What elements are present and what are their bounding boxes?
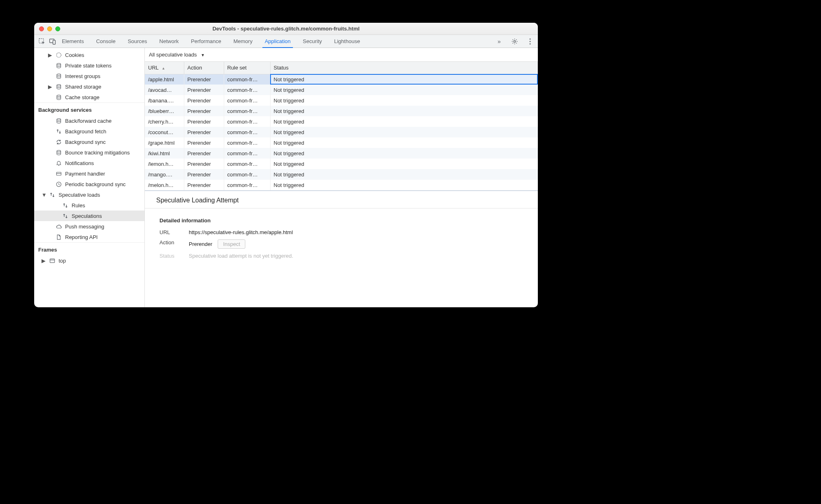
- tab-console[interactable]: Console: [95, 35, 116, 48]
- filter-dropdown[interactable]: All speculative loads ▼: [149, 52, 205, 58]
- chevron-down-icon[interactable]: ▼: [41, 192, 46, 198]
- cell-url: /mango.…: [145, 169, 184, 180]
- table-row[interactable]: /blueberr…Prerendercommon-fr…Not trigger…: [145, 106, 538, 116]
- db-icon: [55, 117, 62, 124]
- sidebar-item-periodic-background-sync[interactable]: Periodic background sync: [34, 179, 144, 189]
- sidebar-item-top[interactable]: ▶top: [34, 255, 144, 266]
- sidebar-item-label: Background sync: [65, 139, 106, 145]
- tab-security[interactable]: Security: [302, 35, 323, 48]
- sidebar-section-frames: Frames: [34, 242, 144, 255]
- table-row[interactable]: /melon.h…Prerendercommon-fr…Not triggere…: [145, 180, 538, 190]
- table-row[interactable]: /cherry.h…Prerendercommon-fr…Not trigger…: [145, 116, 538, 127]
- svg-point-10: [57, 84, 60, 86]
- zoom-window-button[interactable]: [55, 26, 60, 31]
- detail-section-header: Detailed information: [159, 217, 523, 224]
- sidebar-item-reporting-api[interactable]: Reporting API: [34, 232, 144, 242]
- sidebar-item-notifications[interactable]: Notifications: [34, 158, 144, 168]
- sidebar-item-shared-storage[interactable]: ▶Shared storage: [34, 81, 144, 92]
- column-header-action[interactable]: Action: [184, 62, 224, 74]
- sidebar-item-label: Back/forward cache: [65, 118, 111, 124]
- sidebar-item-background-fetch[interactable]: Background fetch: [34, 126, 144, 137]
- overflow-tabs-icon[interactable]: »: [494, 36, 504, 47]
- card-icon: [55, 170, 62, 177]
- cell-action: Prerender: [184, 127, 224, 137]
- cell-url: /avocad…: [145, 85, 184, 95]
- cloud-icon: [55, 223, 62, 230]
- sidebar-item-cache-storage[interactable]: Cache storage: [34, 92, 144, 102]
- sidebar-item-label: Push messaging: [65, 224, 104, 230]
- svg-point-6: [530, 43, 531, 44]
- close-window-button[interactable]: [39, 26, 44, 31]
- table-row[interactable]: /mango.…Prerendercommon-fr…Not triggered: [145, 169, 538, 180]
- sidebar-item-label: Private state tokens: [65, 63, 111, 69]
- cell-status: Not triggered: [270, 74, 538, 85]
- sidebar-item-rules[interactable]: Rules: [34, 200, 144, 211]
- table-row[interactable]: /avocad…Prerendercommon-fr…Not triggered: [145, 85, 538, 95]
- tab-memory[interactable]: Memory: [233, 35, 253, 48]
- table-row[interactable]: /apple.htmlPrerendercommon-fr…Not trigge…: [145, 74, 538, 85]
- sidebar-item-private-state-tokens[interactable]: Private state tokens: [34, 60, 144, 71]
- cell-action: Prerender: [184, 116, 224, 127]
- tab-network[interactable]: Network: [159, 35, 180, 48]
- cell-ruleset: common-fr…: [224, 159, 270, 169]
- column-header-url[interactable]: URL ▲: [145, 62, 184, 74]
- sidebar-item-push-messaging[interactable]: Push messaging: [34, 221, 144, 232]
- devtools-tabstrip: ElementsConsoleSourcesNetworkPerformance…: [34, 35, 538, 48]
- sidebar-item-label: Bounce tracking mitigations: [65, 150, 130, 156]
- sidebar-item-background-sync[interactable]: Background sync: [34, 137, 144, 147]
- sidebar-item-label: top: [59, 258, 66, 264]
- more-menu-icon[interactable]: [525, 36, 535, 47]
- cell-url: /kiwi.html: [145, 148, 184, 159]
- minimize-window-button[interactable]: [47, 26, 52, 31]
- sidebar-item-speculative-loads[interactable]: ▼Speculative loads: [34, 189, 144, 200]
- detail-status-label: Status: [159, 253, 182, 259]
- main-content: All speculative loads ▼ URL: [145, 48, 538, 307]
- sidebar-item-bounce-tracking-mitigations[interactable]: Bounce tracking mitigations: [34, 147, 144, 158]
- chevron-right-icon[interactable]: ▶: [41, 258, 46, 264]
- chevron-right-icon[interactable]: ▶: [48, 84, 52, 90]
- cell-ruleset: common-fr…: [224, 74, 270, 85]
- filter-label: All speculative loads: [149, 52, 197, 58]
- filter-bar: All speculative loads ▼: [145, 48, 538, 62]
- tab-elements[interactable]: Elements: [61, 35, 85, 48]
- table-row[interactable]: /kiwi.htmlPrerendercommon-fr…Not trigger…: [145, 148, 538, 159]
- sidebar-item-cookies[interactable]: ▶Cookies: [34, 50, 144, 60]
- tab-performance[interactable]: Performance: [190, 35, 222, 48]
- table-row[interactable]: /lemon.h…Prerendercommon-fr…Not triggere…: [145, 159, 538, 169]
- inspect-button[interactable]: Inspect: [218, 239, 245, 249]
- sidebar-item-label: Speculations: [72, 213, 102, 219]
- table-row[interactable]: /coconut…Prerendercommon-fr…Not triggere…: [145, 127, 538, 137]
- sidebar-item-payment-handler[interactable]: Payment handler: [34, 168, 144, 179]
- db-icon: [55, 83, 62, 90]
- chevron-down-icon: ▼: [201, 53, 205, 57]
- inspect-element-icon[interactable]: [37, 36, 47, 47]
- cell-url: /cherry.h…: [145, 116, 184, 127]
- column-header-status[interactable]: Status: [270, 62, 538, 74]
- tab-application[interactable]: Application: [264, 35, 292, 48]
- cell-url: /banana.…: [145, 95, 184, 106]
- chevron-right-icon[interactable]: ▶: [48, 52, 52, 58]
- table-row[interactable]: /grape.htmlPrerendercommon-fr…Not trigge…: [145, 137, 538, 148]
- detail-action-label: Action: [159, 239, 182, 249]
- updown-icon: [62, 202, 68, 209]
- device-toolbar-icon[interactable]: [47, 36, 58, 47]
- sidebar-item-interest-groups[interactable]: Interest groups: [34, 71, 144, 81]
- sidebar-item-speculations[interactable]: Speculations: [34, 211, 144, 221]
- bell-icon: [55, 160, 62, 166]
- devtools-window: DevTools - speculative-rules.glitch.me/c…: [34, 23, 538, 307]
- updown-icon: [49, 191, 55, 198]
- column-header-ruleset[interactable]: Rule set: [224, 62, 270, 74]
- sidebar-item-back-forward-cache[interactable]: Back/forward cache: [34, 115, 144, 126]
- tab-lighthouse[interactable]: Lighthouse: [333, 35, 361, 48]
- tab-sources[interactable]: Sources: [127, 35, 148, 48]
- sidebar-item-label: Background fetch: [65, 128, 106, 135]
- sidebar-item-label: Cookies: [65, 52, 84, 58]
- detail-status-value: Speculative load attempt is not yet trig…: [189, 253, 293, 259]
- settings-gear-icon[interactable]: [509, 36, 520, 47]
- sidebar-item-label: Shared storage: [65, 84, 101, 90]
- cell-action: Prerender: [184, 148, 224, 159]
- cell-ruleset: common-fr…: [224, 106, 270, 116]
- svg-point-12: [57, 118, 60, 120]
- table-row[interactable]: /banana.…Prerendercommon-fr…Not triggere…: [145, 95, 538, 106]
- cell-url: /coconut…: [145, 127, 184, 137]
